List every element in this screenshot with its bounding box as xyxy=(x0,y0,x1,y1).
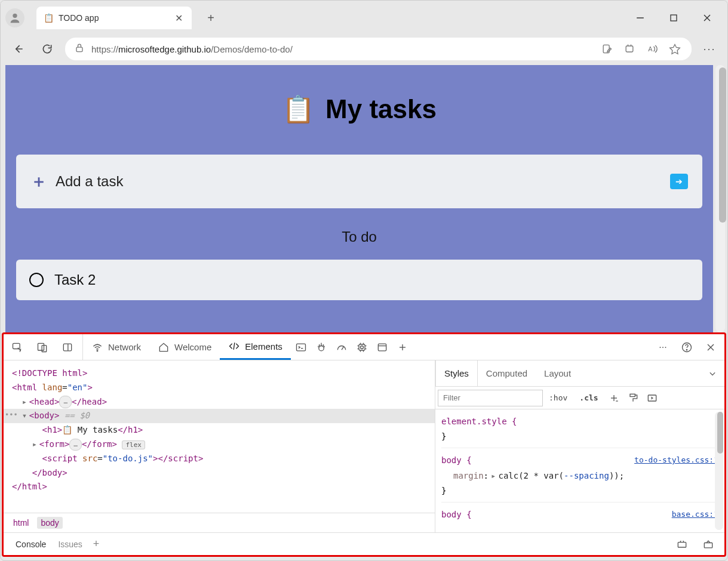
svg-rect-8 xyxy=(626,46,633,52)
back-button[interactable] xyxy=(8,38,29,60)
performance-tab-button[interactable] xyxy=(331,337,352,357)
browser-tab[interactable]: 📋 TODO app ✕ xyxy=(36,7,192,29)
task-checkbox[interactable] xyxy=(29,273,44,287)
home-icon xyxy=(158,341,170,353)
tab-close-button[interactable]: ✕ xyxy=(173,12,185,24)
sources-tab-button[interactable] xyxy=(311,337,331,357)
page-content: 📋 My tasks ＋ Add a task ➔ To do Task 2 xyxy=(5,65,713,332)
css-source-link[interactable]: base.css:1 xyxy=(672,507,718,521)
wifi-icon xyxy=(91,341,103,353)
tab-welcome[interactable]: Welcome xyxy=(149,334,220,360)
dom-selected-line[interactable]: ••• ▾<body> == $0 xyxy=(4,409,435,423)
read-aloud-icon[interactable]: A xyxy=(644,41,661,57)
inspect-element-button[interactable] xyxy=(7,337,27,357)
dom-breadcrumb[interactable]: html body xyxy=(4,513,435,532)
lock-icon xyxy=(73,42,85,56)
refresh-button[interactable] xyxy=(36,38,58,60)
clipboard-icon: 📋 xyxy=(282,94,315,125)
svg-line-28 xyxy=(342,347,343,350)
dom-panel: <!DOCTYPE html> <html lang="en"> ▸<head>… xyxy=(4,360,435,532)
svg-rect-20 xyxy=(296,344,305,351)
dock-side-button[interactable] xyxy=(57,337,78,357)
code-icon xyxy=(228,340,240,352)
section-heading: To do xyxy=(16,229,702,245)
memory-tab-button[interactable] xyxy=(352,337,372,357)
url-text: https://microsoftedge.github.io/Demos/de… xyxy=(91,44,592,54)
address-bar[interactable]: https://microsoftedge.github.io/Demos/de… xyxy=(65,38,692,60)
favorite-star-icon[interactable] xyxy=(666,41,683,57)
svg-rect-53 xyxy=(704,542,712,547)
svg-rect-13 xyxy=(13,343,20,349)
styles-tab-computed[interactable]: Computed xyxy=(478,360,536,386)
tab-title: TODO app xyxy=(59,13,173,23)
drawer-expand-button[interactable] xyxy=(698,534,718,554)
devtools-close-button[interactable] xyxy=(701,337,721,357)
new-style-rule-button[interactable] xyxy=(604,389,623,408)
console-tab-button[interactable] xyxy=(291,337,311,357)
tab-network[interactable]: Network xyxy=(83,334,149,360)
devtools-drawer: Console Issues + xyxy=(4,532,724,555)
styles-filter-input[interactable] xyxy=(438,390,543,406)
svg-rect-39 xyxy=(378,344,386,351)
dom-tree[interactable]: <!DOCTYPE html> <html lang="en"> ▸<head>… xyxy=(4,360,435,513)
breadcrumb-body[interactable]: body xyxy=(37,517,62,529)
plus-icon: ＋ xyxy=(30,170,47,193)
svg-rect-52 xyxy=(678,542,686,547)
devtools-help-button[interactable] xyxy=(677,337,697,357)
svg-line-19 xyxy=(234,343,235,350)
css-source-link[interactable]: to-do-styles.css:1 xyxy=(634,453,718,467)
cls-toggle[interactable]: .cls xyxy=(573,393,604,402)
paint-format-button[interactable] xyxy=(623,389,643,408)
svg-text:A: A xyxy=(648,45,653,53)
app-icon[interactable] xyxy=(621,41,638,57)
address-bar-row: https://microsoftedge.github.io/Demos/de… xyxy=(1,35,727,65)
devtools-panel: Network Welcome Elements ··· <!DOCTYPE h… xyxy=(2,332,726,557)
page-title: My tasks xyxy=(325,94,437,124)
add-task-card[interactable]: ＋ Add a task ➔ xyxy=(16,155,702,208)
svg-rect-2 xyxy=(671,15,677,21)
svg-marker-12 xyxy=(670,45,680,54)
toggle-sidebar-button[interactable] xyxy=(643,389,662,408)
edit-icon[interactable] xyxy=(598,41,615,57)
tab-favicon: 📋 xyxy=(44,13,54,23)
hov-toggle[interactable]: :hov xyxy=(543,393,573,402)
devtools-more-button[interactable]: ··· xyxy=(653,337,673,357)
device-toggle-button[interactable] xyxy=(32,337,53,357)
svg-point-22 xyxy=(319,346,324,350)
application-tab-button[interactable] xyxy=(372,337,392,357)
styles-tabs-chevron[interactable] xyxy=(701,360,724,386)
styles-tab-styles[interactable]: Styles xyxy=(435,360,478,386)
tab-elements[interactable]: Elements xyxy=(220,334,291,360)
styles-scrollbar-thumb[interactable] xyxy=(717,412,723,454)
profile-avatar[interactable] xyxy=(5,8,24,27)
svg-point-0 xyxy=(13,14,17,18)
svg-rect-50 xyxy=(630,394,635,396)
styles-panel: Styles Computed Layout :hov .cls element… xyxy=(435,360,724,532)
svg-rect-6 xyxy=(76,47,82,52)
add-task-placeholder[interactable]: Add a task xyxy=(56,173,662,190)
window-minimize-button[interactable] xyxy=(632,10,649,26)
svg-point-30 xyxy=(360,346,363,349)
devtools-toolbar: Network Welcome Elements ··· xyxy=(4,334,724,360)
svg-rect-16 xyxy=(63,344,71,351)
task-label: Task 2 xyxy=(54,272,96,288)
task-row[interactable]: Task 2 xyxy=(16,260,702,300)
breadcrumb-html[interactable]: html xyxy=(10,517,32,529)
svg-point-44 xyxy=(686,349,687,350)
svg-rect-29 xyxy=(359,344,365,350)
styles-tab-layout[interactable]: Layout xyxy=(536,360,579,386)
svg-point-18 xyxy=(97,350,98,352)
page-scrollbar-thumb[interactable] xyxy=(719,67,726,223)
window-maximize-button[interactable] xyxy=(665,10,682,26)
styles-content[interactable]: element.style { } to-do-styles.css:1 bod… xyxy=(435,409,724,532)
drawer-add-tab[interactable]: + xyxy=(88,538,105,550)
new-tab-button[interactable]: + xyxy=(201,8,220,27)
window-close-button[interactable] xyxy=(699,10,715,26)
svg-rect-14 xyxy=(38,343,44,350)
drawer-tab-issues[interactable]: Issues xyxy=(52,540,88,549)
more-tabs-button[interactable] xyxy=(392,337,413,357)
drawer-settings-button[interactable] xyxy=(672,534,692,554)
submit-task-button[interactable]: ➔ xyxy=(670,174,688,189)
drawer-tab-console[interactable]: Console xyxy=(10,540,52,549)
browser-menu-button[interactable]: ··· xyxy=(699,38,720,60)
